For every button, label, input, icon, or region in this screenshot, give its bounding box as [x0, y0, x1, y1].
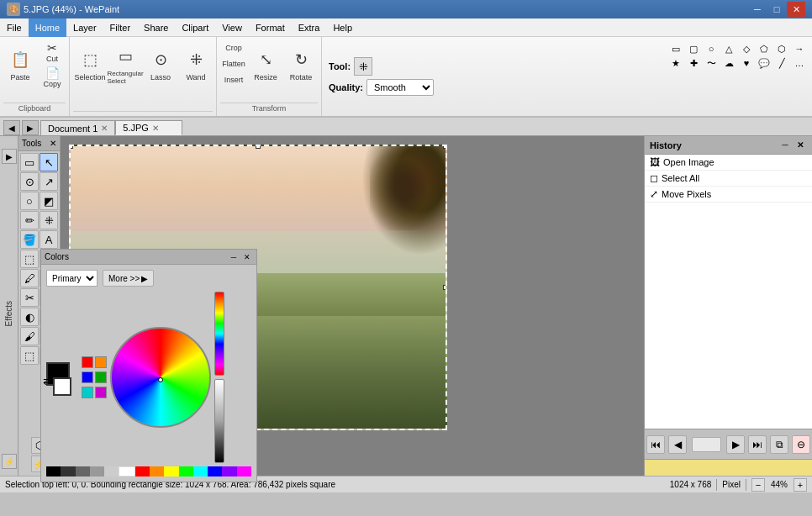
swap-colors-icon[interactable]: ⇄ — [43, 374, 53, 387]
shape-ellipse[interactable]: ○ — [704, 41, 719, 56]
tool-selection2[interactable]: ⬚ — [20, 346, 39, 365]
history-delete-btn[interactable]: ⊖ — [792, 435, 810, 454]
tool-pencil[interactable]: ✏ — [20, 211, 39, 229]
minimize-button[interactable]: ─ — [748, 2, 767, 17]
shape-diamond[interactable]: ◇ — [739, 41, 754, 56]
tool-airbrush[interactable]: 🖌 — [20, 327, 39, 345]
handle-mr[interactable] — [443, 285, 447, 290]
effects-btn2[interactable]: ⚡ — [2, 454, 17, 469]
tab-nav-left[interactable]: ◀ — [3, 120, 20, 135]
shape-wave[interactable]: 〜 — [704, 55, 719, 71]
colors-minimize[interactable]: ─ — [228, 251, 240, 263]
rect-select-button[interactable]: ▭ Rectangular Select — [108, 40, 142, 89]
handle-br[interactable] — [443, 426, 447, 430]
history-prev-btn[interactable]: ◀ — [668, 435, 687, 454]
tool-polygon[interactable]: ◩ — [40, 192, 58, 210]
shape-triangle[interactable]: △ — [721, 41, 736, 56]
menu-share[interactable]: Share — [137, 18, 175, 37]
menu-help[interactable]: Help — [326, 18, 359, 37]
effects-expand-btn[interactable]: ▶ — [2, 149, 17, 164]
tool-dodge[interactable]: ◐ — [20, 308, 39, 326]
secondary-color-box[interactable] — [53, 377, 71, 396]
handle-tl[interactable] — [69, 145, 73, 149]
maximize-button[interactable]: □ — [767, 2, 786, 17]
palette-orange[interactable] — [150, 466, 164, 477]
tab-document1[interactable]: Document 1 ✕ — [40, 120, 115, 135]
history-first-btn[interactable]: ⏮ — [646, 435, 665, 454]
handle-tr[interactable] — [443, 145, 447, 149]
tool-eraser[interactable]: ⬚ — [20, 250, 39, 268]
shape-hex[interactable]: ⬡ — [774, 41, 789, 56]
cut-button[interactable]: ✂ Cut — [39, 40, 66, 64]
small-color-green[interactable] — [95, 371, 107, 383]
crop-button[interactable]: Crop — [220, 40, 247, 55]
colors-close[interactable]: ✕ — [241, 251, 253, 263]
small-color-cyan[interactable] — [82, 387, 93, 398]
menu-format[interactable]: Format — [249, 18, 292, 37]
shape-pentagon[interactable]: ⬠ — [757, 41, 772, 56]
palette-blue[interactable] — [208, 466, 222, 477]
tab-jpg5[interactable]: 5.JPG ✕ — [115, 120, 182, 135]
wand-button[interactable]: ⁜ Wand — [179, 40, 213, 89]
zoom-in-button[interactable]: + — [794, 478, 807, 492]
menu-clipart[interactable]: Clipart — [175, 18, 215, 37]
close-button[interactable]: ✕ — [787, 2, 805, 17]
history-next-btn[interactable]: ▶ — [726, 435, 745, 454]
history-minimize[interactable]: ─ — [778, 139, 792, 152]
tab-close-jpg5[interactable]: ✕ — [152, 124, 159, 133]
history-item-open[interactable]: 🖼 Open Image — [645, 155, 812, 171]
quality-dropdown[interactable]: Smooth Normal Sharp — [366, 79, 434, 96]
palette-gray[interactable] — [90, 466, 104, 477]
rotate-button[interactable]: ↻ Rotate — [284, 40, 318, 89]
shape-cross[interactable]: ✚ — [686, 55, 701, 71]
insert-button[interactable]: Insert — [220, 72, 247, 87]
resize-button[interactable]: ⤡ Resize — [249, 40, 282, 89]
history-last-btn[interactable]: ⏭ — [748, 435, 767, 454]
tool-cut[interactable]: ✂ — [20, 288, 39, 307]
tool-brush[interactable]: ⁜ — [40, 211, 58, 229]
palette-red[interactable] — [135, 466, 150, 477]
tool-rect[interactable]: ▭ — [20, 153, 39, 171]
menu-view[interactable]: View — [215, 18, 249, 37]
palette-magenta[interactable] — [237, 466, 251, 477]
menu-filter[interactable]: Filter — [103, 18, 137, 37]
hue-slider[interactable] — [214, 292, 224, 376]
menu-extra[interactable]: Extra — [292, 18, 327, 37]
tool-picker-icon[interactable]: ⁜ — [354, 57, 372, 76]
tab-close-doc1[interactable]: ✕ — [101, 124, 108, 133]
shape-star[interactable]: ★ — [668, 55, 683, 71]
paste-button[interactable]: 📋 Paste — [3, 40, 37, 89]
small-color-magenta[interactable] — [95, 387, 107, 398]
shape-line[interactable]: ╱ — [774, 55, 789, 71]
menu-file[interactable]: File — [0, 18, 29, 37]
palette-violet[interactable] — [222, 466, 236, 477]
palette-light[interactable] — [104, 466, 119, 477]
handle-tm[interactable] — [256, 145, 261, 149]
history-close[interactable]: ✕ — [794, 139, 807, 152]
menu-home[interactable]: Home — [29, 18, 66, 37]
shape-round-rect[interactable]: ▢ — [686, 41, 701, 56]
selection-button[interactable]: ⬚ Selection — [73, 40, 107, 89]
history-slider[interactable] — [692, 437, 721, 452]
shape-cloud[interactable]: ☁ — [721, 55, 736, 71]
shape-callout[interactable]: 💬 — [757, 55, 772, 71]
lasso-button[interactable]: ⊙ Lasso — [144, 40, 177, 89]
small-color-orange[interactable] — [95, 356, 107, 368]
alpha-slider[interactable] — [214, 379, 224, 463]
palette-yellow[interactable] — [164, 466, 178, 477]
tools-close[interactable]: ✕ — [50, 139, 56, 148]
small-color-blue[interactable] — [82, 371, 93, 383]
shape-heart[interactable]: ♥ — [739, 55, 754, 71]
copy-button[interactable]: 📄 Copy — [39, 66, 66, 89]
palette-dark2[interactable] — [76, 466, 90, 477]
tool-select-arrow[interactable]: ↖ — [40, 153, 58, 171]
tool-ellipse[interactable]: ○ — [20, 192, 39, 210]
shape-arrow[interactable]: → — [792, 41, 807, 56]
shape-more[interactable]: … — [792, 55, 807, 71]
palette-dark1[interactable] — [61, 466, 75, 477]
tool-lasso[interactable]: ⊙ — [20, 172, 39, 191]
palette-green[interactable] — [179, 466, 193, 477]
more-button[interactable]: More >> ▶ — [103, 270, 154, 287]
history-copy-btn[interactable]: ⧉ — [770, 435, 788, 454]
shape-rect[interactable]: ▭ — [668, 41, 683, 56]
